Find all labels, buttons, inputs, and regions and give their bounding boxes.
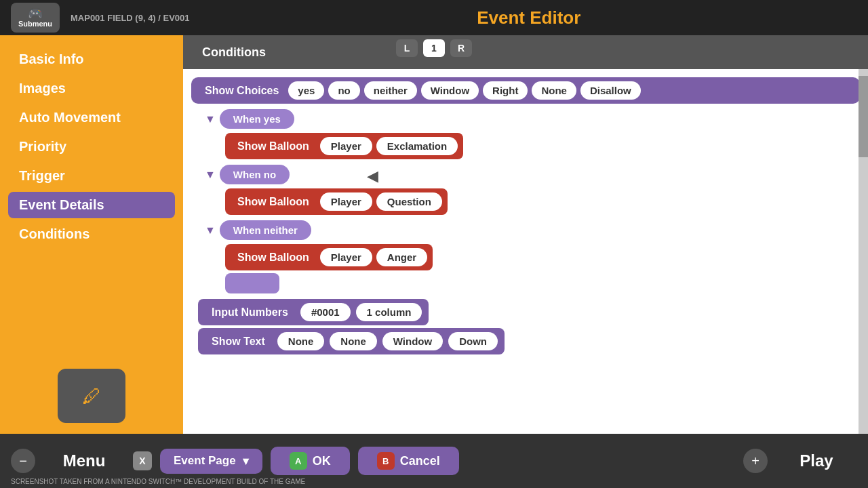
submenu-button[interactable]: 🎮 Submenu: [11, 3, 60, 33]
plus-icon: +: [751, 453, 760, 469]
a-badge: A: [290, 452, 307, 470]
choice-tag-neither[interactable]: neither: [364, 81, 417, 100]
show-text-tag2[interactable]: None: [330, 332, 377, 350]
show-balloon-yes-target[interactable]: Player: [320, 137, 372, 155]
when-neither-section: ▼ When neither Show Balloon Player Anger: [205, 220, 860, 293]
minus-icon: −: [19, 453, 27, 469]
ok-button[interactable]: A OK: [271, 447, 350, 475]
show-choices-bar: Show Choices yes no neither Window Right…: [191, 77, 860, 104]
event-area[interactable]: Show Choices yes no neither Window Right…: [183, 69, 868, 434]
sidebar-item-images[interactable]: Images: [8, 75, 175, 102]
breadcrumb: MAP001 FIELD (9, 4) / EV001: [71, 13, 190, 23]
add-btn-container: 🖊: [8, 355, 175, 423]
plus-button[interactable]: +: [743, 449, 768, 473]
show-balloon-neither-action: Show Balloon: [231, 249, 316, 266]
input-numbers-block[interactable]: Input Numbers #0001 1 column: [198, 299, 429, 325]
when-neither-header: ▼ When neither: [205, 220, 860, 240]
show-balloon-neither-block[interactable]: Show Balloon Player Anger: [225, 244, 433, 270]
chevron-down-icon: ▾: [243, 454, 249, 468]
page-nav-l[interactable]: L: [396, 39, 418, 57]
event-page-label: Event Page: [174, 454, 236, 468]
content-area: Conditions ◀ Show Choices yes no neither…: [183, 35, 868, 434]
input-numbers-id[interactable]: #0001: [300, 303, 351, 321]
when-yes-label[interactable]: When yes: [220, 109, 294, 129]
sidebar-item-event-details[interactable]: Event Details: [8, 192, 175, 218]
add-button[interactable]: 🖊: [58, 369, 125, 423]
when-no-section: ▼ When no Show Balloon Player Question: [205, 165, 860, 215]
show-balloon-no-target[interactable]: Player: [320, 192, 372, 211]
top-bar: 🎮 Submenu MAP001 FIELD (9, 4) / EV001 Ev…: [0, 0, 868, 35]
bottom-bar: − Menu X Event Page ▾ A OK B Cancel + Pl…: [0, 434, 868, 488]
b-badge: B: [377, 452, 395, 470]
page-nav-r[interactable]: R: [450, 39, 472, 57]
empty-block: [225, 273, 279, 293]
event-page-button[interactable]: Event Page ▾: [160, 449, 262, 474]
x-badge: X: [133, 451, 152, 470]
scrollbar[interactable]: [859, 69, 868, 434]
cancel-label: Cancel: [400, 454, 440, 468]
screenshot-notice: SCREENSHOT TAKEN FROM A NINTENDO SWITCH™…: [11, 478, 305, 485]
when-no-label[interactable]: When no: [220, 165, 290, 184]
sidebar-item-priority[interactable]: Priority: [8, 134, 175, 160]
submenu-icon: 🎮: [28, 7, 43, 20]
show-text-tag3[interactable]: Window: [382, 332, 443, 350]
when-no-arrow[interactable]: ▼: [205, 169, 216, 181]
show-balloon-yes-block[interactable]: Show Balloon Player Exclamation: [225, 133, 463, 159]
show-balloon-no-action: Show Balloon: [231, 193, 316, 211]
when-yes-arrow[interactable]: ▼: [205, 113, 216, 125]
choice-tag-right[interactable]: Right: [483, 81, 528, 100]
when-yes-header: ▼ When yes: [205, 109, 860, 129]
minus-button[interactable]: −: [11, 449, 35, 473]
sidebar-item-conditions[interactable]: Conditions: [8, 221, 175, 247]
page-nav-num[interactable]: 1: [423, 39, 445, 57]
submenu-label: Submenu: [18, 20, 52, 28]
when-yes-section: ▼ When yes Show Balloon Player Exclamati…: [205, 109, 860, 159]
choice-tag-disallow[interactable]: Disallow: [580, 81, 641, 100]
choice-tag-window[interactable]: Window: [421, 81, 479, 100]
main-layout: Basic Info Images Auto Movement Priority…: [0, 35, 868, 434]
scrollbar-thumb[interactable]: [859, 76, 868, 157]
show-balloon-yes-type[interactable]: Exclamation: [376, 137, 458, 155]
sidebar-item-auto-movement[interactable]: Auto Movement: [8, 104, 175, 131]
show-balloon-neither-type[interactable]: Anger: [376, 248, 427, 266]
choice-tag-none[interactable]: None: [532, 81, 576, 100]
show-balloon-no-block[interactable]: Show Balloon Player Question: [225, 188, 448, 215]
show-text-label: Show Text: [205, 333, 272, 350]
menu-button[interactable]: Menu: [43, 451, 125, 470]
left-arrow[interactable]: ◀: [367, 167, 378, 185]
show-text-block[interactable]: Show Text None None Window Down: [198, 328, 505, 354]
sidebar-item-trigger[interactable]: Trigger: [8, 163, 175, 189]
show-balloon-yes-action: Show Balloon: [231, 138, 316, 155]
input-numbers-columns[interactable]: 1 column: [356, 303, 422, 321]
show-balloon-no-type[interactable]: Question: [376, 192, 442, 211]
cancel-button[interactable]: B Cancel: [358, 447, 459, 475]
page-nav-row: L 1 R: [0, 39, 868, 57]
show-text-tag1[interactable]: None: [277, 332, 325, 350]
when-neither-arrow[interactable]: ▼: [205, 224, 216, 237]
input-numbers-label: Input Numbers: [205, 304, 295, 321]
sidebar: Basic Info Images Auto Movement Priority…: [0, 35, 183, 434]
ok-label: OK: [313, 454, 331, 468]
show-balloon-neither-target[interactable]: Player: [320, 248, 372, 266]
choice-tag-yes[interactable]: yes: [288, 81, 324, 100]
when-no-header: ▼ When no: [205, 165, 860, 184]
show-choices-label: Show Choices: [199, 82, 284, 100]
add-icon: 🖊: [82, 385, 101, 407]
play-button[interactable]: Play: [776, 451, 857, 470]
choice-tag-no[interactable]: no: [328, 81, 359, 100]
show-text-tag4[interactable]: Down: [448, 332, 498, 350]
editor-title: Event Editor: [201, 7, 857, 28]
when-neither-label[interactable]: When neither: [220, 220, 311, 240]
